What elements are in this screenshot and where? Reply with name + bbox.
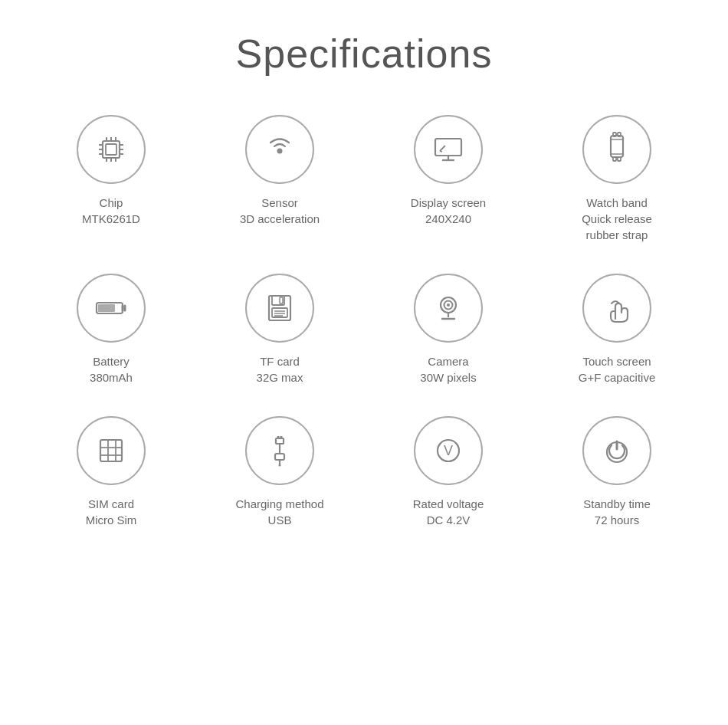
sensor-label: Sensor3D acceleration [240, 195, 320, 227]
display-label: Display screen240X240 [411, 195, 486, 227]
watchband-icon [598, 131, 635, 168]
charging-icon [261, 432, 298, 469]
svg-rect-52 [280, 436, 283, 438]
standby-icon-circle [582, 416, 651, 485]
specs-grid: ChipMTK6261D Sensor3D acceleration [34, 115, 694, 528]
spec-item-tfcard: TF card32G max [203, 274, 356, 385]
svg-rect-43 [100, 440, 122, 461]
svg-line-19 [440, 151, 442, 152]
voltage-icon: V [430, 432, 467, 469]
sensor-icon [261, 131, 298, 168]
chip-label: ChipMTK6261D [82, 195, 140, 227]
voltage-icon-circle: V [414, 416, 483, 485]
spec-item-sensor: Sensor3D acceleration [203, 115, 356, 243]
svg-line-18 [440, 146, 445, 151]
spec-item-standby: Standby time72 hours [540, 416, 694, 528]
tfcard-icon-circle [245, 274, 314, 343]
camera-label: Camera30W pixels [420, 353, 476, 385]
display-icon-circle [414, 115, 483, 184]
svg-rect-15 [435, 139, 461, 156]
camera-icon-circle [414, 274, 483, 343]
spec-item-charging: Charging methodUSB [203, 416, 356, 528]
spec-item-voltage: V Rated voltageDC 4.2V [372, 416, 525, 528]
camera-icon [430, 290, 467, 326]
spec-item-watchband: Watch bandQuick releaserubber strap [540, 115, 694, 243]
spec-item-display: Display screen240X240 [372, 115, 525, 243]
svg-rect-54 [275, 454, 284, 460]
display-icon [430, 131, 467, 168]
standby-icon [598, 432, 635, 469]
svg-rect-25 [613, 157, 616, 161]
touchscreen-icon [598, 290, 635, 326]
svg-point-56 [279, 464, 281, 467]
spec-item-touchscreen: Touch screenG+F capacitive [540, 274, 694, 385]
battery-label: Battery380mAh [90, 353, 133, 385]
spec-item-chip: ChipMTK6261D [34, 115, 188, 243]
svg-text:V: V [444, 443, 453, 458]
charging-icon-circle [245, 416, 314, 485]
spec-item-battery: Battery380mAh [34, 274, 188, 385]
svg-rect-1 [106, 144, 116, 155]
spec-item-camera: Camera30W pixels [372, 274, 525, 385]
chip-icon-circle [77, 115, 146, 184]
svg-rect-24 [618, 133, 621, 136]
svg-rect-28 [98, 304, 115, 312]
svg-point-14 [277, 149, 283, 154]
battery-icon-circle [77, 274, 146, 343]
svg-rect-26 [618, 157, 621, 161]
watchband-icon-circle [582, 115, 651, 184]
page-title: Specifications [236, 31, 493, 77]
battery-icon [93, 290, 130, 326]
spec-item-simcard: SIM cardMicro Sim [34, 416, 188, 528]
voltage-label: Rated voltageDC 4.2V [413, 496, 484, 528]
svg-rect-48 [276, 438, 284, 444]
svg-rect-37 [280, 297, 283, 303]
sensor-icon-circle [245, 115, 314, 184]
touchscreen-icon-circle [582, 274, 651, 343]
svg-rect-23 [613, 133, 616, 136]
tfcard-icon [261, 290, 298, 326]
simcard-label: SIM cardMicro Sim [86, 496, 137, 528]
watchband-label: Watch bandQuick releaserubber strap [582, 195, 652, 243]
tfcard-label: TF card32G max [257, 353, 303, 385]
simcard-icon [93, 432, 130, 469]
svg-point-40 [447, 303, 450, 307]
standby-label: Standby time72 hours [583, 496, 651, 528]
simcard-icon-circle [77, 416, 146, 485]
svg-rect-51 [277, 436, 280, 438]
chip-icon [93, 131, 130, 168]
charging-label: Charging methodUSB [235, 496, 323, 528]
touchscreen-label: Touch screenG+F capacitive [579, 353, 655, 385]
